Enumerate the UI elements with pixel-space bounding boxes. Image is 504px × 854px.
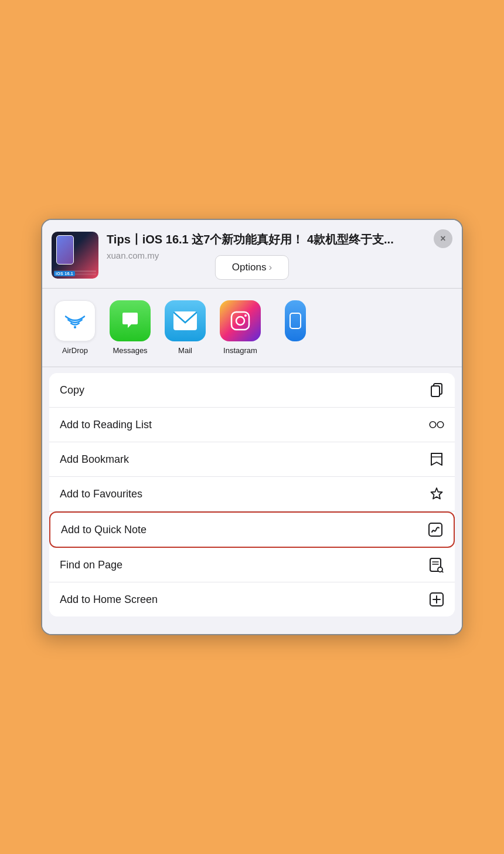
options-button[interactable]: Options› bbox=[215, 255, 289, 280]
action-favourites[interactable]: Add to Favourites bbox=[49, 477, 455, 511]
app-instagram[interactable]: Instagram bbox=[217, 300, 264, 355]
mail-label: Mail bbox=[178, 346, 192, 355]
app-messages[interactable]: Messages bbox=[107, 300, 154, 355]
home-screen-label: Add to Home Screen bbox=[60, 594, 158, 606]
share-sheet-container: iOS 16.1 Tips丨iOS 16.1 这7个新功能真好用！ 4款机型终于… bbox=[41, 219, 463, 635]
copy-label: Copy bbox=[60, 384, 84, 396]
quick-note-icon bbox=[428, 522, 443, 537]
app-share-row: AirDrop Messages Mail bbox=[42, 289, 462, 367]
airdrop-icon bbox=[63, 309, 87, 333]
close-icon: × bbox=[440, 233, 445, 244]
find-on-page-icon bbox=[429, 557, 444, 572]
bookmark-label: Add Bookmark bbox=[60, 453, 129, 466]
bottom-padding bbox=[42, 622, 462, 634]
action-list: Copy Add to Reading List Add Bookmark bbox=[49, 373, 455, 616]
instagram-icon bbox=[229, 310, 251, 332]
svg-point-0 bbox=[74, 326, 76, 328]
svg-rect-5 bbox=[290, 313, 301, 328]
action-home-screen[interactable]: Add to Home Screen bbox=[49, 582, 455, 616]
airdrop-label: AirDrop bbox=[62, 346, 88, 355]
copy-icon bbox=[429, 382, 444, 398]
svg-line-16 bbox=[442, 571, 443, 572]
action-quick-note[interactable]: Add to Quick Note bbox=[49, 511, 455, 548]
action-bookmark[interactable]: Add Bookmark bbox=[49, 442, 455, 477]
more-icon-bg bbox=[285, 300, 306, 341]
instagram-icon-bg bbox=[220, 300, 261, 341]
action-copy[interactable]: Copy bbox=[49, 373, 455, 408]
svg-point-8 bbox=[430, 422, 436, 428]
svg-point-3 bbox=[236, 317, 244, 325]
find-on-page-label: Find on Page bbox=[60, 559, 122, 571]
svg-point-4 bbox=[244, 314, 247, 317]
svg-rect-2 bbox=[231, 312, 249, 330]
messages-icon bbox=[118, 309, 142, 333]
bookmark-icon bbox=[429, 452, 444, 467]
article-title: Tips丨iOS 16.1 这7个新功能真好用！ 4款机型终于支... bbox=[107, 232, 435, 247]
svg-rect-11 bbox=[429, 523, 442, 536]
messages-label: Messages bbox=[113, 346, 147, 355]
close-button[interactable]: × bbox=[434, 229, 452, 248]
action-find-on-page[interactable]: Find on Page bbox=[49, 548, 455, 582]
thumbnail-badge: iOS 16.1 bbox=[54, 271, 75, 276]
app-airdrop[interactable]: AirDrop bbox=[52, 300, 98, 355]
link-preview-header: iOS 16.1 Tips丨iOS 16.1 这7个新功能真好用！ 4款机型终于… bbox=[42, 220, 462, 289]
svg-point-9 bbox=[437, 422, 444, 428]
options-chevron: › bbox=[268, 262, 272, 273]
favourites-icon bbox=[429, 486, 444, 501]
mail-icon bbox=[173, 311, 197, 331]
action-reading-list[interactable]: Add to Reading List bbox=[49, 408, 455, 442]
svg-rect-7 bbox=[431, 386, 440, 396]
mail-icon-bg bbox=[165, 300, 206, 341]
reading-list-label: Add to Reading List bbox=[60, 419, 152, 431]
home-screen-icon bbox=[429, 592, 444, 607]
airdrop-icon-bg bbox=[55, 300, 96, 341]
app-more[interactable] bbox=[272, 300, 319, 355]
messages-icon-bg bbox=[110, 300, 151, 341]
article-thumbnail: iOS 16.1 bbox=[52, 232, 98, 279]
favourites-label: Add to Favourites bbox=[60, 488, 142, 500]
instagram-label: Instagram bbox=[223, 346, 257, 355]
reading-list-icon bbox=[429, 417, 444, 432]
options-label: Options bbox=[232, 262, 267, 273]
more-app-icon bbox=[289, 312, 302, 330]
quick-note-label: Add to Quick Note bbox=[61, 524, 147, 536]
app-mail[interactable]: Mail bbox=[162, 300, 209, 355]
